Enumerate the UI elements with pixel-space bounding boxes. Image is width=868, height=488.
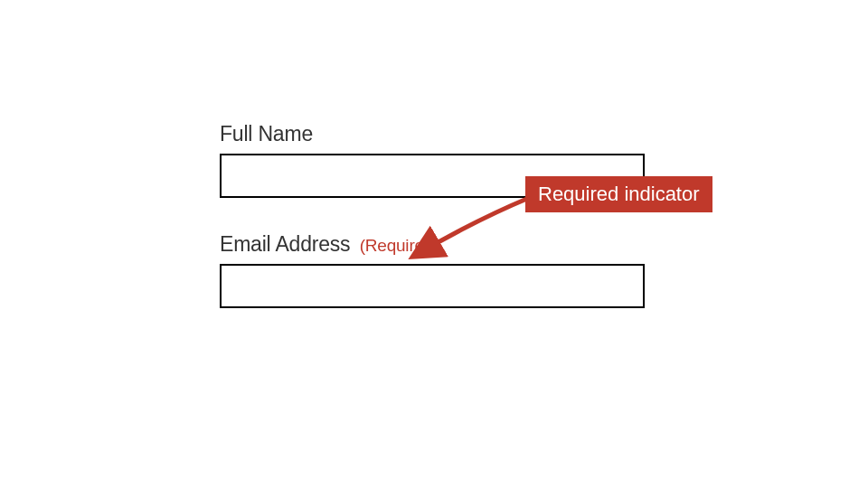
required-indicator: (Required) — [360, 236, 439, 255]
email-input[interactable] — [220, 264, 645, 308]
callout-text: Required indicator — [538, 183, 700, 205]
form-container: Full Name Email Address (Required) — [220, 122, 645, 343]
email-label: Email Address (Required) — [220, 232, 645, 257]
fullname-label-text: Full Name — [220, 122, 313, 145]
email-label-text: Email Address — [220, 232, 350, 256]
fullname-label: Full Name — [220, 122, 645, 146]
callout-label: Required indicator — [525, 176, 712, 212]
field-group-email: Email Address (Required) — [220, 232, 645, 308]
